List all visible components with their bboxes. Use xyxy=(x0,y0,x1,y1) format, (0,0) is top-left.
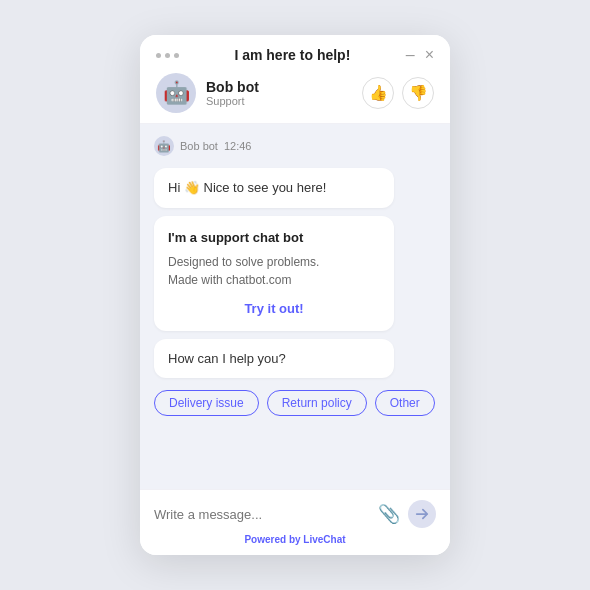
agent-name: Bob bot xyxy=(206,79,259,95)
agent-row: 🤖 Bob bot Support 👍 👎 xyxy=(156,73,434,113)
option-other[interactable]: Other xyxy=(375,390,435,416)
send-icon xyxy=(415,507,429,521)
powered-by-text: Powered by xyxy=(244,534,300,545)
bot-meta: 🤖 Bob bot 12:46 xyxy=(154,136,436,156)
message-support: I'm a support chat bot Designed to solve… xyxy=(154,216,394,331)
avatar: 🤖 xyxy=(156,73,196,113)
dot-2 xyxy=(165,53,170,58)
close-button[interactable]: × xyxy=(425,47,434,63)
thumbs-up-icon: 👍 xyxy=(369,84,388,102)
message-hi: Hi 👋 Nice to see you here! xyxy=(154,168,394,208)
dot-1 xyxy=(156,53,161,58)
thumbs-up-button[interactable]: 👍 xyxy=(362,77,394,109)
header-controls: – × xyxy=(406,47,434,63)
option-delivery-issue[interactable]: Delivery issue xyxy=(154,390,259,416)
brand-name: LiveChat xyxy=(303,534,345,545)
thumbs-down-icon: 👎 xyxy=(409,84,428,102)
menu-dots[interactable] xyxy=(156,53,179,58)
chat-window: I am here to help! – × 🤖 Bob bot Support xyxy=(140,35,450,555)
send-button[interactable] xyxy=(408,500,436,528)
message-question: How can I help you? xyxy=(154,339,394,379)
option-return-policy[interactable]: Return policy xyxy=(267,390,367,416)
input-row: 📎 xyxy=(154,500,436,528)
bot-meta-name: Bob bot xyxy=(180,140,218,152)
support-desc-text: Designed to solve problems.Made with cha… xyxy=(168,255,319,287)
chat-header: I am here to help! – × 🤖 Bob bot Support xyxy=(140,35,450,124)
bot-meta-time: 12:46 xyxy=(224,140,252,152)
try-it-out-link[interactable]: Try it out! xyxy=(168,299,380,319)
thumbs-down-button[interactable]: 👎 xyxy=(402,77,434,109)
header-top: I am here to help! – × xyxy=(156,47,434,63)
agent-info: 🤖 Bob bot Support xyxy=(156,73,259,113)
chat-area: 🤖 Bob bot 12:46 Hi 👋 Nice to see you her… xyxy=(140,124,450,489)
input-area: 📎 Powered by LiveChat xyxy=(140,489,450,555)
bot-mini-avatar: 🤖 xyxy=(154,136,174,156)
message-hi-text: Hi 👋 Nice to see you here! xyxy=(168,180,326,195)
message-input[interactable] xyxy=(154,507,370,522)
feedback-buttons: 👍 👎 xyxy=(362,77,434,109)
header-title: I am here to help! xyxy=(179,47,406,63)
powered-by: Powered by LiveChat xyxy=(154,534,436,545)
agent-role: Support xyxy=(206,95,259,107)
message-question-text: How can I help you? xyxy=(168,351,286,366)
options-row: Delivery issue Return policy Other xyxy=(154,390,436,416)
minimize-button[interactable]: – xyxy=(406,47,415,63)
support-title: I'm a support chat bot xyxy=(168,228,380,248)
support-desc: Designed to solve problems.Made with cha… xyxy=(168,253,380,289)
agent-details: Bob bot Support xyxy=(206,79,259,107)
attach-icon[interactable]: 📎 xyxy=(378,503,400,525)
